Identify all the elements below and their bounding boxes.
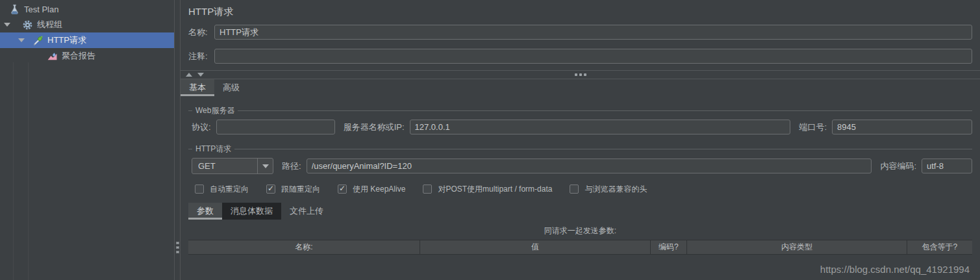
thread-group-icon xyxy=(22,19,33,31)
tree-item-http-request[interactable]: HTTP请求 xyxy=(0,32,174,48)
column-header-value[interactable]: 值 xyxy=(420,240,650,254)
port-input[interactable] xyxy=(832,120,972,134)
tree-item-label: 聚合报告 xyxy=(62,50,95,62)
checkbox-keepalive[interactable]: ✓ 使用 KeepAlive xyxy=(338,184,405,195)
method-dropdown[interactable]: GET xyxy=(192,158,273,174)
checkbox-icon: ✓ xyxy=(423,185,432,194)
tab-basic[interactable]: 基本 xyxy=(181,79,214,96)
tree-item-test-plan[interactable]: Test Plan xyxy=(0,1,174,17)
body-tabbar: 参数 消息体数据 文件上传 xyxy=(188,203,972,220)
comment-label: 注释: xyxy=(188,51,214,62)
collapse-down-icon[interactable] xyxy=(197,73,204,77)
http-request-row: GET 路径: 内容编码: xyxy=(188,158,972,174)
checkbox-icon: ✓ xyxy=(570,185,579,194)
test-plan-tree: Test Plan 线程组 HTTP请求 xyxy=(0,0,174,280)
splitter-grip-icon[interactable] xyxy=(176,242,179,253)
server-input[interactable] xyxy=(410,120,791,134)
splitter-grip-icon[interactable] xyxy=(575,73,586,76)
encoding-input[interactable] xyxy=(922,159,972,173)
params-table-caption: 同请求一起发送参数: xyxy=(188,225,972,236)
name-input[interactable] xyxy=(214,25,972,40)
checkbox-icon: ✓ xyxy=(266,185,275,194)
params-table-header: 名称: 值 编码? 内容类型 包含等于? xyxy=(188,240,972,255)
tab-parameters[interactable]: 参数 xyxy=(188,203,222,220)
checkbox-icon: ✓ xyxy=(195,185,204,194)
tree-expand-icon[interactable] xyxy=(18,38,25,42)
tree-item-aggregate-report[interactable]: 聚合报告 xyxy=(0,48,174,64)
tab-files-upload[interactable]: 文件上传 xyxy=(281,203,332,220)
tab-body-data[interactable]: 消息体数据 xyxy=(222,203,281,220)
port-label: 端口号: xyxy=(799,121,827,133)
tree-guides xyxy=(0,62,174,280)
tree-item-label: 线程组 xyxy=(37,19,62,31)
path-input[interactable] xyxy=(307,159,872,173)
http-sampler-icon xyxy=(32,35,44,46)
method-value: GET xyxy=(192,161,257,171)
name-row: 名称: xyxy=(188,25,972,40)
path-label: 路径: xyxy=(282,160,301,172)
chevron-down-icon xyxy=(262,164,269,168)
csdn-watermark: https://blog.csdn.net/qq_41921994 xyxy=(820,264,970,275)
column-header-content-type[interactable]: 内容类型 xyxy=(687,240,907,254)
column-header-include-equals[interactable]: 包含等于? xyxy=(907,240,972,254)
web-server-group-title: Web服务器 xyxy=(192,105,238,116)
name-label: 名称: xyxy=(188,27,214,38)
checkbox-follow-redirects[interactable]: ✓ 跟随重定向 xyxy=(266,184,320,195)
checkbox-multipart[interactable]: ✓ 对POST使用multipart / form-data xyxy=(423,184,552,195)
checkbox-browser-compatible-headers[interactable]: ✓ 与浏览器兼容的头 xyxy=(570,184,647,195)
aggregate-report-icon xyxy=(47,51,58,62)
tab-advanced[interactable]: 高级 xyxy=(214,79,248,96)
checkbox-auto-redirects[interactable]: ✓ 自动重定向 xyxy=(195,184,249,195)
page-title: HTTP请求 xyxy=(188,4,972,19)
web-server-group: Web服务器 协议: 服务器名称或IP: 端口号: xyxy=(188,110,972,134)
section-splitter[interactable] xyxy=(181,70,980,79)
protocol-input[interactable] xyxy=(216,120,335,134)
dropdown-button[interactable] xyxy=(257,159,273,173)
column-header-name[interactable]: 名称: xyxy=(188,240,420,254)
tree-item-label: HTTP请求 xyxy=(47,34,86,46)
web-server-row: 协议: 服务器名称或IP: 端口号: xyxy=(188,120,972,134)
jmeter-window: Test Plan 线程组 HTTP请求 xyxy=(0,0,980,280)
encoding-label: 内容编码: xyxy=(880,160,916,172)
collapse-up-icon[interactable] xyxy=(186,73,192,77)
tree-expand-icon[interactable] xyxy=(4,23,10,27)
http-request-group: HTTP请求 GET 路径: 内容编码: ✓ 自动重定向 ✓ xyxy=(188,149,972,194)
tree-item-label: Test Plan xyxy=(24,5,58,14)
column-header-encode[interactable]: 编码? xyxy=(651,240,687,254)
sampler-editor: HTTP请求 名称: 注释: 基本 高级 Web服务器 协议: xyxy=(181,0,980,280)
protocol-label: 协议: xyxy=(192,121,211,133)
tree-item-thread-group[interactable]: 线程组 xyxy=(0,17,174,32)
panel-splitter[interactable] xyxy=(174,0,181,280)
server-label: 服务器名称或IP: xyxy=(344,121,405,133)
comment-input[interactable] xyxy=(214,49,972,64)
request-options-row: ✓ 自动重定向 ✓ 跟随重定向 ✓ 使用 KeepAlive ✓ 对POST使用… xyxy=(195,184,972,194)
basic-advanced-tabbar: 基本 高级 xyxy=(181,79,980,96)
comment-row: 注释: xyxy=(188,49,972,64)
test-plan-icon xyxy=(9,4,20,15)
http-request-group-title: HTTP请求 xyxy=(192,144,234,155)
checkbox-icon: ✓ xyxy=(338,185,347,194)
